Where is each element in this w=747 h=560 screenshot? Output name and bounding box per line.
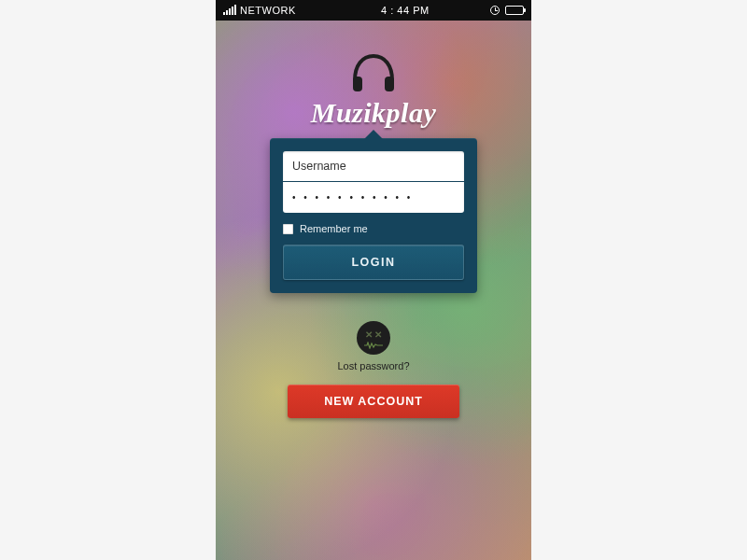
- signal-bars-icon: [223, 6, 236, 15]
- remember-me-label: Remember me: [300, 223, 368, 234]
- remember-me-row: Remember me: [283, 223, 464, 234]
- card-pointer-icon: [364, 130, 383, 139]
- login-button[interactable]: LOGIN: [283, 245, 464, 280]
- new-account-button[interactable]: NEW ACCOUNT: [288, 385, 459, 418]
- svg-rect-1: [385, 77, 394, 91]
- dead-face-icon: ✕✕: [357, 321, 390, 355]
- clock-label: 4 : 44 PM: [302, 5, 485, 16]
- carrier-label: NETWORK: [240, 5, 296, 16]
- field-group: • • • • • • • • • • •: [283, 151, 464, 213]
- app-logo-block: Muzikplay: [311, 52, 437, 129]
- status-right: [490, 6, 524, 15]
- lost-password-link[interactable]: Lost password?: [337, 360, 409, 371]
- login-card: • • • • • • • • • • • Remember me LOGIN: [270, 138, 477, 293]
- alarm-icon: [490, 6, 500, 15]
- status-bar: NETWORK 4 : 44 PM: [216, 0, 531, 21]
- app-title: Muzikplay: [311, 97, 437, 129]
- network-indicator: NETWORK: [223, 5, 296, 16]
- svg-rect-0: [353, 77, 362, 91]
- username-input[interactable]: [283, 151, 464, 182]
- remember-me-checkbox[interactable]: [283, 224, 293, 234]
- screen-content: Muzikplay • • • • • • • • • • • Remember…: [216, 21, 531, 560]
- headphones-icon: [349, 52, 398, 93]
- battery-icon: [505, 6, 524, 15]
- lost-password-block: ✕✕ Lost password?: [337, 321, 409, 371]
- login-card-wrap: • • • • • • • • • • • Remember me LOGIN: [270, 138, 477, 293]
- app-screen: NETWORK 4 : 44 PM Muzikplay • • • • • • …: [216, 0, 531, 560]
- password-input[interactable]: • • • • • • • • • • •: [283, 182, 464, 213]
